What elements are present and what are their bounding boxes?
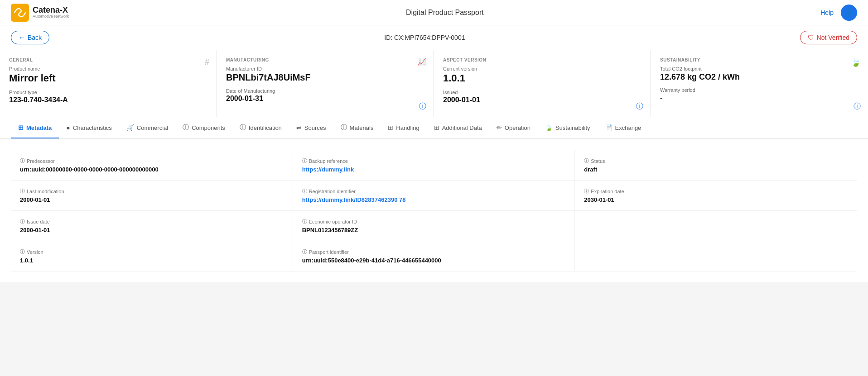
issued-label: Issued — [443, 90, 641, 95]
tab-identification[interactable]: ⓘ Identification — [232, 117, 289, 139]
metadata-backup-reference: ⓘ Backup reference https://dummy.link — [293, 150, 575, 181]
tab-metadata-label: Metadata — [26, 124, 52, 131]
metadata-grid: ⓘ Predecessor urn:uuid:00000000-0000-000… — [11, 150, 857, 271]
product-name-value: Mirror left — [9, 72, 207, 84]
product-id: ID: CX:MPI7654:DPPV-0001 — [384, 34, 465, 41]
handling-tab-icon: ⊞ — [388, 124, 393, 131]
card-general: GENERAL # Product name Mirror left Produ… — [0, 50, 217, 117]
leaf-icon: 🍃 — [851, 57, 861, 67]
header-right: Help 👤 — [820, 5, 857, 21]
predecessor-value: urn:uuid:00000000-0000-0000-0000-0000000… — [20, 166, 284, 173]
backup-reference-label: ⓘ Backup reference — [302, 157, 566, 164]
tab-additional-data[interactable]: ⊞ Additional Data — [427, 118, 489, 139]
metadata-economic-operator-id: ⓘ Economic operator ID BPNL0123456789ZZ — [293, 211, 575, 241]
metadata-predecessor: ⓘ Predecessor urn:uuid:00000000-0000-000… — [11, 150, 293, 181]
card-general-section: GENERAL — [9, 57, 207, 62]
version-info-icon: ⓘ — [20, 248, 25, 255]
last-modification-label: ⓘ Last modification — [20, 188, 284, 195]
backup-reference-value: https://dummy.link — [302, 166, 566, 173]
sustainability-tab-icon: 🍃 — [545, 124, 553, 131]
metadata-status: ⓘ Status draft — [575, 150, 857, 181]
registration-identifier-label: ⓘ Registration identifier — [302, 188, 566, 195]
operation-tab-icon: ✏ — [497, 124, 502, 131]
sustainability-info-icon: ⓘ — [854, 102, 861, 111]
tab-operation[interactable]: ✏ Operation — [489, 118, 538, 139]
expiration-date-label: ⓘ Expiration date — [584, 188, 848, 195]
additional-data-tab-icon: ⊞ — [434, 124, 439, 131]
passport-identifier-value: urn:uuid:550e8400-e29b-41d4-a716-4466554… — [302, 257, 566, 264]
tab-metadata[interactable]: ⊞ Metadata — [11, 118, 59, 139]
issue-date-label: ⓘ Issue date — [20, 218, 284, 225]
components-tab-icon: ⓘ — [183, 124, 189, 132]
logo-text: Catena-X Automotive Network — [33, 6, 69, 19]
tab-components-label: Components — [192, 124, 225, 131]
tab-sources-label: Sources — [304, 124, 326, 131]
manufacturing-info-icon: ⓘ — [419, 102, 426, 111]
last-modification-value: 2000-01-01 — [20, 196, 284, 203]
metadata-issue-date: ⓘ Issue date 2000-01-01 — [11, 211, 293, 241]
tab-characteristics-label: Characteristics — [73, 124, 112, 131]
not-verified-badge: 🛡 Not Verified — [800, 31, 857, 44]
avatar[interactable]: 👤 — [841, 5, 857, 21]
status-label: ⓘ Status — [584, 157, 848, 164]
date-of-manufacturing-value: 2000-01-31 — [226, 95, 424, 103]
date-of-manufacturing-label: Date of Manufacturing — [226, 88, 424, 94]
tab-handling[interactable]: ⊞ Handling — [381, 118, 426, 139]
product-type-label: Product type — [9, 90, 207, 95]
version-value: 1.0.1 — [20, 257, 284, 264]
logo-main-text: Catena-X — [33, 6, 69, 15]
commercial-tab-icon: 🛒 — [126, 124, 134, 131]
passport-identifier-label: ⓘ Passport identifier — [302, 248, 566, 255]
version-label: ⓘ Version — [20, 248, 284, 255]
issued-value: 2000-01-01 — [443, 96, 641, 104]
economic-operator-id-label: ⓘ Economic operator ID — [302, 218, 566, 225]
tab-operation-label: Operation — [505, 124, 530, 131]
exchange-tab-icon: 📄 — [605, 124, 612, 131]
issue-date-value: 2000-01-01 — [20, 227, 284, 233]
registration-identifier-info-icon: ⓘ — [302, 188, 307, 195]
current-version-value: 1.0.1 — [443, 72, 641, 84]
card-manufacturing-section: MANUFACTURING — [226, 57, 424, 62]
tab-components[interactable]: ⓘ Components — [175, 117, 232, 139]
tabs-bar: ⊞ Metadata ● Characteristics 🛒 Commercia… — [0, 117, 868, 139]
help-link[interactable]: Help — [820, 9, 834, 16]
tab-sources[interactable]: ⇌ Sources — [289, 118, 333, 139]
warranty-period-value: - — [660, 94, 859, 102]
tab-exchange[interactable]: 📄 Exchange — [598, 118, 649, 139]
tab-characteristics[interactable]: ● Characteristics — [59, 118, 119, 139]
aspect-version-info-icon: ⓘ — [636, 102, 643, 111]
expiration-date-info-icon: ⓘ — [584, 188, 589, 195]
backup-reference-info-icon: ⓘ — [302, 157, 307, 164]
co2-footprint-label: Total CO2 footprint — [660, 66, 859, 71]
status-value: draft — [584, 166, 848, 173]
issue-date-info-icon: ⓘ — [20, 218, 25, 225]
tab-materials[interactable]: ⓘ Materials — [333, 117, 381, 139]
materials-tab-icon: ⓘ — [341, 124, 347, 132]
card-sustainability-section: SUSTAINABILITY — [660, 57, 859, 62]
current-version-label: Current version — [443, 66, 641, 71]
identification-tab-icon: ⓘ — [240, 124, 246, 132]
tab-identification-label: Identification — [249, 124, 282, 131]
passport-identifier-info-icon: ⓘ — [302, 248, 307, 255]
metadata-passport-identifier: ⓘ Passport identifier urn:uuid:550e8400-… — [293, 241, 575, 271]
economic-operator-id-value: BPNL0123456789ZZ — [302, 227, 566, 233]
status-info-icon: ⓘ — [584, 157, 589, 164]
co2-footprint-value: 12.678 kg CO2 / kWh — [660, 72, 859, 82]
expiration-date-value: 2030-01-01 — [584, 196, 848, 203]
cards-row: GENERAL # Product name Mirror left Produ… — [0, 50, 868, 117]
tab-exchange-label: Exchange — [615, 124, 641, 131]
card-aspect-version: ASPECT VERSION Current version 1.0.1 Iss… — [434, 50, 651, 117]
card-aspect-version-section: ASPECT VERSION — [443, 57, 641, 62]
registration-identifier-value: https://dummy.link/ID82837462390 78 — [302, 196, 566, 203]
tab-additional-data-label: Additional Data — [442, 124, 482, 131]
tab-handling-label: Handling — [396, 124, 419, 131]
tab-materials-label: Materials — [350, 124, 374, 131]
page-title: Digital Product Passport — [406, 9, 484, 17]
toolbar: ← Back ID: CX:MPI7654:DPPV-0001 🛡 Not Ve… — [0, 25, 868, 50]
tab-commercial[interactable]: 🛒 Commercial — [119, 118, 175, 139]
tab-sustainability[interactable]: 🍃 Sustainability — [538, 118, 598, 139]
back-button[interactable]: ← Back — [11, 31, 49, 44]
logo-sub-text: Automotive Network — [33, 14, 69, 19]
card-manufacturing: MANUFACTURING 📈 Manufacturer ID BPNLbi7t… — [217, 50, 434, 117]
manufacturer-id-label: Manufacturer ID — [226, 66, 424, 71]
